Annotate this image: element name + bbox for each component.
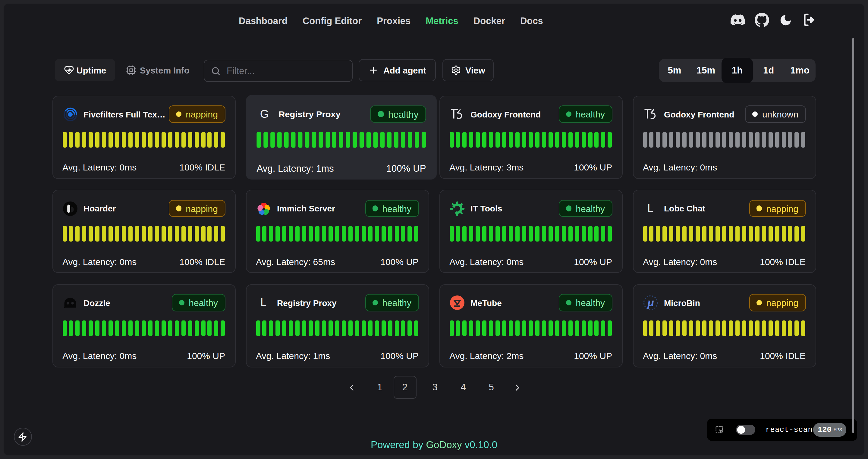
svg-text:μ: μ [647,295,654,309]
